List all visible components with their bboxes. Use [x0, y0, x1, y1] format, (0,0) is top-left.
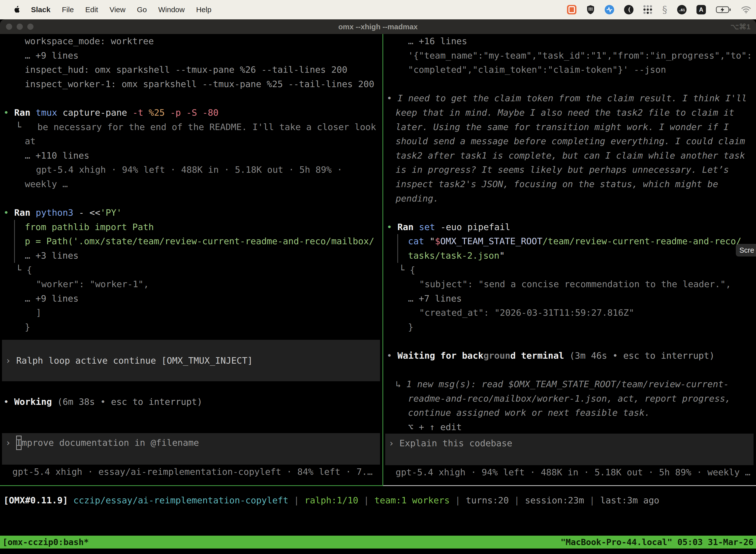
text-segment: ⌥ + ↑ edit — [408, 422, 462, 432]
dot-grid-icon[interactable] — [643, 5, 652, 14]
sync-badge-icon[interactable] — [605, 5, 614, 14]
text-segment: } — [408, 322, 414, 332]
text-segment: Ran — [14, 208, 36, 218]
terminal-line: continue assigned work or next feasible … — [383, 405, 756, 420]
menu-item-window[interactable]: Window — [158, 5, 185, 14]
menu-items: SlackFileEditViewGoWindowHelp — [31, 5, 223, 14]
text-segment: inspect_hud: omx sparkshell --tmux-pane … — [25, 64, 347, 75]
text-segment: … +16 lines — [408, 36, 467, 46]
text-segment: %25 — [148, 107, 170, 118]
terminal-line: … +3 lines — [0, 248, 382, 263]
text-segment: /team/review-current-readme-and-reco/ — [543, 236, 741, 246]
text-cursor: I — [16, 436, 21, 450]
left-pane-scrollback: workspace_mode: worktree… +9 linesinspec… — [0, 34, 382, 334]
tmux-pane-right[interactable]: … +16 lines'{"team_name":"my-team","task… — [383, 34, 756, 486]
text-segment: └ — [399, 265, 410, 275]
tmux-session-window-label: [omx-cczip0:bash* — [2, 536, 89, 549]
text-segment: | — [450, 495, 466, 505]
text-segment: • — [387, 350, 397, 361]
terminal-line — [383, 77, 756, 91]
prompt-chevron: › — [389, 438, 399, 448]
keyboard-layout-icon[interactable]: A — [696, 5, 706, 14]
text-segment: d terminal — [510, 350, 569, 361]
tmux-pane-left[interactable]: workspace_mode: worktree… +9 linesinspec… — [0, 34, 383, 486]
prompt-chevron: › — [5, 355, 11, 366]
text-segment: keep that in mind. Maybe I also need the… — [396, 107, 734, 118]
text-segment: last:3m ago — [600, 495, 659, 505]
chat-app-icon[interactable] — [567, 5, 576, 14]
text-segment: python3 — [36, 208, 79, 218]
text-segment: • — [387, 93, 397, 103]
terminal-line — [0, 191, 382, 206]
text-segment: | — [359, 495, 375, 505]
squiggle-icon[interactable]: § — [662, 5, 667, 14]
text-segment: └ — [16, 265, 26, 275]
text-segment: [OMX#0.11.9] — [3, 495, 73, 505]
moon-crescent-icon[interactable] — [624, 5, 633, 14]
text-segment: cczip/essay/ai-reimplementation-copyleft — [73, 495, 289, 505]
terminal-line: readme-and-reco/mailbox/worker-1.json, a… — [383, 391, 756, 406]
text-segment: "created_at": "2026-03-31T11:59:27.816Z" — [419, 308, 634, 318]
text-segment: cat — [408, 236, 430, 246]
terminal-line: • Ran python3 - <<'PY' — [0, 206, 382, 220]
terminal-line: ⌥ + ↑ edit — [383, 420, 756, 434]
menu-item-file[interactable]: File — [62, 5, 74, 14]
apple-menu-icon[interactable] — [14, 6, 20, 14]
terminal-line: gpt-5.4 xhigh · 94% left · 488K in · 5.1… — [0, 163, 382, 177]
text-segment: groun — [484, 350, 510, 361]
text-segment: … +9 lines — [25, 293, 79, 303]
terminal-line: ] — [0, 306, 382, 320]
terminal-line: } — [383, 320, 756, 334]
menu-item-go[interactable]: Go — [137, 5, 147, 14]
text-segment: … +7 lines — [408, 293, 462, 303]
text-segment: from pathlib import Path — [25, 222, 154, 232]
left-input-line[interactable]: › Improve documentation in @filename — [2, 436, 380, 450]
text-segment: weekly … — [25, 179, 68, 189]
terminal-line: … +9 lines — [0, 48, 382, 63]
text-segment: is in progress? It seems likely but perh… — [396, 165, 729, 175]
right-pane-scrollback: … +16 lines'{"team_name":"my-team","task… — [383, 34, 756, 434]
terminal-line: is in progress? It seems likely but perh… — [383, 163, 756, 177]
percent-badge-icon[interactable]: ..61 — [677, 5, 687, 14]
right-input-line[interactable]: › Explain this codebase — [385, 436, 754, 450]
text-segment: | — [584, 495, 600, 505]
text-segment: $ — [435, 236, 440, 246]
text-segment: " — [430, 236, 435, 246]
terminal-line: } — [0, 320, 382, 334]
terminal-line — [383, 334, 756, 348]
tmux-host-clock-label: "MacBook-Pro-44.local" 05:03 31-Mar-26 — [561, 536, 754, 549]
tmux-status-bar: [omx-cczip0:bash* "MacBook-Pro-44.local"… — [0, 536, 756, 549]
menu-item-slack[interactable]: Slack — [31, 5, 50, 14]
text-segment: gpt-5.4 xhigh · 94% left · 488K in · 5.1… — [36, 165, 342, 175]
terminal-line: └ { — [0, 263, 382, 277]
terminal-line: should send a message before completing … — [383, 134, 756, 149]
right-input-placeholder: Explain this codebase — [399, 438, 512, 448]
shield-grid-icon[interactable] — [586, 5, 595, 14]
wifi-icon[interactable] — [741, 6, 751, 13]
menu-item-help[interactable]: Help — [196, 5, 211, 14]
text-segment: -80 — [202, 107, 218, 118]
text-segment: ↳ 1 new msg(s): read $OMX_TEAM_STATE_ROO… — [396, 379, 729, 389]
ralph-loop-panel: › Ralph loop active continue [OMX_TMUX_I… — [2, 340, 380, 381]
terminal-line: inspect_worker-1: omx sparkshell --tmux-… — [0, 77, 382, 91]
text-segment: turns:20 — [466, 495, 509, 505]
menu-status-icons: §..61A — [567, 5, 756, 14]
text-segment: -t — [132, 107, 148, 118]
terminal-line — [383, 363, 756, 377]
terminal-line: ↳ 1 new msg(s): read $OMX_TEAM_STATE_ROO… — [383, 377, 756, 391]
text-segment: '{"team_name":"my-team","task_id":"1","f… — [408, 50, 752, 61]
terminal-line: "subject": "send a concise recommendatio… — [383, 277, 756, 291]
text-segment: "completed","claim_token":"claim-token"}… — [408, 64, 666, 75]
menu-item-view[interactable]: View — [109, 5, 125, 14]
text-segment: └ — [16, 122, 38, 132]
window-titlebar[interactable]: omx --xhigh --madmax ⌥⌘1 — [0, 19, 756, 34]
battery-charging-icon[interactable] — [716, 6, 731, 14]
terminal-line: • Ran tmux capture-pane -t %25 -p -S -80 — [0, 106, 382, 120]
left-input-box[interactable]: › Improve documentation in @filename — [2, 433, 380, 465]
right-input-box[interactable]: › Explain this codebase — [385, 434, 754, 465]
menu-item-edit[interactable]: Edit — [85, 5, 98, 14]
macos-menu-bar: SlackFileEditViewGoWindowHelp §..61A — [0, 0, 756, 19]
text-segment: • — [387, 222, 397, 232]
window-title: omx --xhigh --madmax — [0, 19, 756, 34]
text-segment: Ran — [397, 222, 419, 232]
